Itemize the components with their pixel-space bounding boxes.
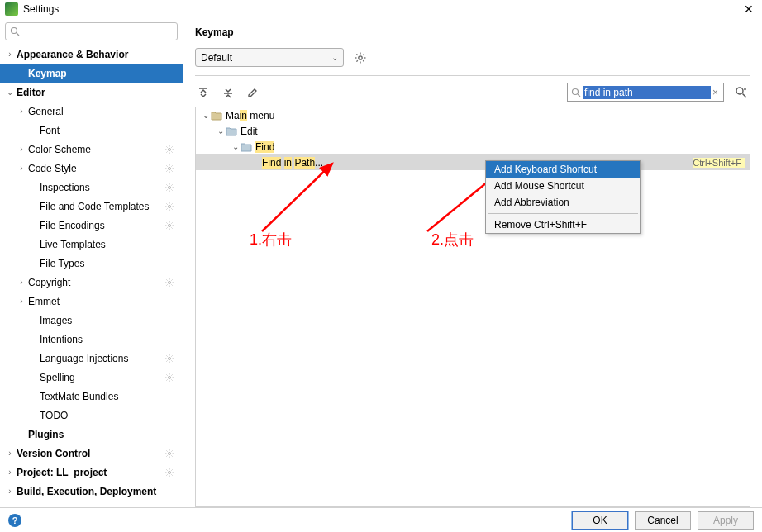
svg-point-29 (168, 205, 170, 207)
svg-line-62 (172, 360, 173, 361)
edit-button[interactable] (245, 84, 261, 101)
help-button[interactable]: ? (8, 514, 21, 527)
expand-all-button[interactable] (195, 84, 212, 101)
close-icon[interactable]: ✕ (741, 2, 757, 16)
sidebar-item-version-control[interactable]: ›Version Control (0, 444, 183, 463)
chevron-down-icon: ⌄ (231, 142, 241, 151)
svg-point-38 (168, 224, 170, 226)
shortcut-label: Ctrl+Shift+F (693, 158, 745, 168)
sidebar-search-input[interactable] (21, 26, 174, 37)
svg-line-91 (172, 469, 173, 470)
svg-point-107 (744, 88, 746, 90)
svg-line-46 (172, 222, 173, 223)
svg-line-37 (172, 203, 173, 204)
sidebar-item-live-templates[interactable]: Live Templates (0, 235, 183, 254)
tree-row-find-in-path[interactable]: Find in Path... Ctrl+Shift+F (196, 154, 750, 170)
sidebar-item-inspections[interactable]: Inspections (0, 178, 183, 197)
sidebar-item-emmet[interactable]: ›Emmet (0, 292, 183, 311)
sidebar-item-editor[interactable]: ⌄Editor (0, 83, 183, 102)
collapse-all-button[interactable] (220, 84, 236, 101)
sidebar-item-intentions[interactable]: Intentions (0, 330, 183, 349)
divider (195, 75, 750, 76)
sidebar-item-label: TextMate Bundles (38, 391, 176, 402)
actions-search-input[interactable] (583, 86, 711, 99)
svg-line-35 (172, 208, 173, 209)
search-icon (9, 26, 21, 37)
svg-line-10 (172, 146, 173, 147)
sidebar-item-label: TODO (38, 410, 176, 421)
search-icon (571, 88, 581, 97)
keymap-gear-button[interactable] (352, 50, 369, 66)
sidebar-item-todo[interactable]: TODO (0, 406, 183, 425)
gear-icon (164, 202, 176, 211)
ok-button[interactable]: OK (572, 511, 628, 530)
menu-add-abbreviation[interactable]: Add Abbreviation (486, 194, 640, 211)
window-title: Settings (23, 3, 741, 15)
sidebar-item-images[interactable]: Images (0, 311, 183, 330)
sidebar-item-label: File and Code Templates (38, 201, 164, 212)
sidebar-item-keymap[interactable]: Keymap (0, 64, 183, 83)
sidebar-item-textmate-bundles[interactable]: TextMate Bundles (0, 387, 183, 406)
svg-point-20 (168, 186, 170, 188)
sidebar-item-label: Language Injections (38, 353, 164, 364)
sidebar-item-general[interactable]: ›General (0, 102, 183, 121)
find-by-shortcut-button[interactable] (732, 83, 750, 102)
sidebar-item-label: Version Control (15, 448, 164, 459)
sidebar-item-file-encodings[interactable]: File Encodings (0, 216, 183, 235)
pencil-icon (247, 87, 259, 98)
svg-point-83 (168, 471, 170, 473)
keymap-scheme-select[interactable]: Default ⌄ (195, 48, 344, 67)
sidebar-item-code-style[interactable]: ›Code Style (0, 159, 183, 178)
clear-icon[interactable]: × (711, 87, 720, 98)
sidebar-item-language-injections[interactable]: Language Injections (0, 349, 183, 368)
svg-line-63 (167, 360, 168, 361)
sidebar-item-label: Project: LL_project (15, 467, 164, 478)
sidebar-item-label: Copyright (26, 277, 164, 288)
sidebar-item-font[interactable]: Font (0, 121, 183, 140)
svg-line-73 (172, 374, 173, 375)
sidebar-search[interactable] (5, 22, 178, 40)
menu-add-mouse-shortcut[interactable]: Add Mouse Shortcut (486, 178, 640, 194)
sidebar-item-plugins[interactable]: Plugins (0, 425, 183, 444)
svg-line-25 (167, 184, 168, 185)
svg-line-7 (167, 146, 168, 147)
svg-line-52 (167, 279, 168, 280)
sidebar-item-appearance-behavior[interactable]: ›Appearance & Behavior (0, 45, 183, 64)
chevron-down-icon: ⌄ (216, 126, 226, 135)
svg-line-45 (167, 227, 168, 228)
sidebar-item-label: Color Scheme (26, 144, 164, 155)
svg-line-54 (167, 284, 168, 285)
sidebar-item-file-types[interactable]: File Types (0, 254, 183, 273)
sidebar-item-build-execution-deployment[interactable]: ›Build, Execution, Deployment (0, 482, 183, 501)
svg-point-47 (168, 281, 170, 283)
gear-icon (164, 468, 176, 477)
svg-line-64 (172, 355, 173, 356)
tree-row-edit[interactable]: ⌄ Edit (196, 123, 750, 139)
sidebar-item-color-scheme[interactable]: ›Color Scheme (0, 140, 183, 159)
actions-search[interactable]: × (567, 83, 724, 102)
cancel-button[interactable]: Cancel (635, 511, 691, 530)
svg-point-92 (359, 55, 362, 59)
apply-button[interactable]: Apply (698, 511, 754, 530)
svg-line-79 (167, 450, 168, 451)
tree-row-main-menu[interactable]: ⌄ Main menu (196, 107, 750, 123)
menu-add-keyboard-shortcut[interactable]: Add Keyboard Shortcut (486, 161, 640, 178)
sidebar-item-project-ll-project[interactable]: ›Project: LL_project (0, 463, 183, 482)
svg-line-8 (172, 151, 173, 152)
annotation-text-1: 1.右击 (250, 230, 292, 249)
sidebar-item-label: Code Style (26, 163, 164, 174)
chevron-icon: › (5, 468, 15, 477)
sidebar-item-file-and-code-templates[interactable]: File and Code Templates (0, 197, 183, 216)
actions-tree: ⌄ Main menu ⌄ Edit ⌄ Find Find in Path..… (195, 107, 750, 507)
gear-icon (164, 278, 176, 287)
menu-remove-shortcut[interactable]: Remove Ctrl+Shift+F (486, 216, 640, 233)
svg-line-90 (167, 474, 168, 475)
sidebar-item-spelling[interactable]: Spelling (0, 368, 183, 387)
chevron-icon: › (17, 107, 26, 116)
svg-line-27 (167, 189, 168, 190)
sidebar-item-copyright[interactable]: ›Copyright (0, 273, 183, 292)
chevron-icon: › (17, 297, 26, 306)
svg-line-70 (167, 374, 168, 375)
tree-row-find[interactable]: ⌄ Find (196, 139, 750, 154)
sidebar-item-label: Spelling (38, 372, 164, 383)
